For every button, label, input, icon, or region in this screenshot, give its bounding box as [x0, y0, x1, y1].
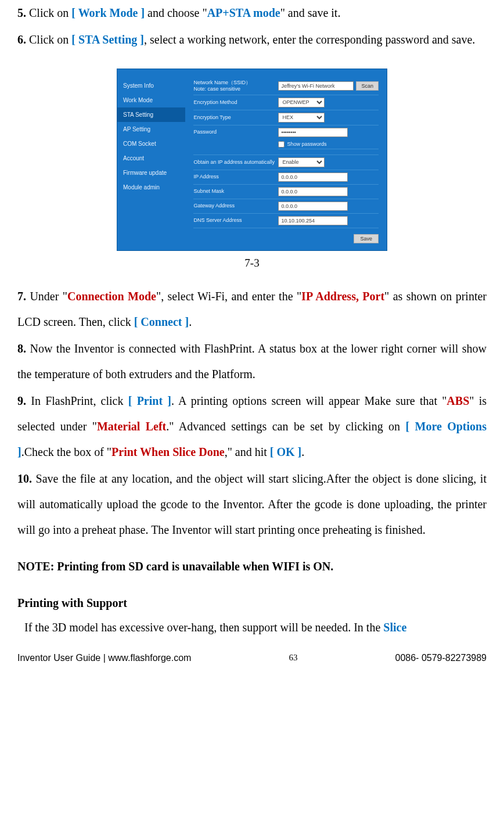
link-print: [ Print ] [128, 394, 171, 407]
step-5-num: 5. [17, 6, 26, 19]
step-9-num: 9. [17, 394, 26, 407]
input-dns[interactable] [278, 216, 348, 225]
row-password: Password [193, 125, 379, 139]
step-8-num: 8. [17, 342, 26, 355]
step-9-mid3: ." Advanced settings can be set by click… [166, 420, 405, 433]
select-enc-method[interactable]: OPENWEP [278, 98, 325, 107]
step-6-pre: Click on [26, 33, 71, 46]
config-main: Network Name（SSID） Note: case sensitive … [185, 69, 387, 250]
row-gateway: Gateway Address [193, 199, 379, 214]
sidebar-item-module-admin[interactable]: Module admin [117, 180, 185, 195]
row-dns: DNS Server Address [193, 214, 379, 228]
step-6: 6. Click on [ STA Setting ], select a wo… [17, 27, 487, 52]
checkbox-show-passwords[interactable] [278, 141, 285, 148]
label-password: Password [193, 129, 275, 135]
label-dns: DNS Server Address [193, 217, 275, 224]
link-sta-setting: [ STA Setting ] [71, 33, 144, 46]
config-sidebar: System Info Work Mode STA Setting AP Set… [117, 69, 185, 250]
select-enc-type[interactable]: HEX [278, 113, 325, 123]
footer-page-number: 63 [289, 653, 297, 663]
step-9-pre: In FlashPrint, click [26, 394, 128, 407]
footer-left: Inventor User Guide | www.flashforge.com [17, 653, 191, 663]
step-9-post: . [301, 445, 304, 458]
support-para-pre: If the 3D model has excessive over-hang,… [24, 621, 383, 634]
support-paragraph: If the 3D model has excessive over-hang,… [17, 615, 487, 640]
separator [193, 149, 379, 155]
sidebar-item-com-socket[interactable]: COM Socket [117, 136, 185, 151]
row-enc-method: Encryption Method OPENWEP [193, 95, 379, 110]
label-obtain-ip: Obtain an IP address automatically [193, 159, 275, 166]
text-ip-address-port: IP Address, Port [301, 290, 384, 303]
text-abs: ABS [447, 394, 469, 407]
step-8: 8. Now the Inventor is connected with Fl… [17, 336, 487, 387]
step-10-num: 10. [17, 472, 32, 485]
text-material-left: Material Left [97, 420, 166, 433]
step-10: 10. Save the file at any location, and t… [17, 466, 487, 542]
scan-button[interactable]: Scan [356, 81, 379, 91]
support-heading: Printing with Support [17, 597, 487, 610]
step-7: 7. Under "Connection Mode", select Wi-Fi… [17, 283, 487, 335]
text-apsta-mode: AP+STA mode [207, 6, 280, 19]
row-show-passwords: Show passwords [278, 139, 379, 149]
step-7-num: 7. [17, 290, 26, 303]
sidebar-item-work-mode[interactable]: Work Mode [117, 93, 185, 107]
label-ip-address: IP Address [193, 174, 275, 180]
input-ssid[interactable] [278, 81, 354, 91]
text-connection-mode: Connection Mode [67, 290, 156, 303]
row-ip-address: IP Address [193, 170, 379, 185]
figure-7-3-container: System Info Work Mode STA Setting AP Set… [17, 69, 487, 279]
step-7-post: . [189, 315, 192, 328]
input-ip-address[interactable] [278, 173, 348, 182]
input-gateway[interactable] [278, 202, 348, 211]
step-9-mid4: .Check the box of " [21, 445, 111, 458]
link-connect: [ Connect ] [134, 315, 189, 328]
step-8-text: Now the Inventor is connected with Flash… [17, 342, 487, 380]
sidebar-item-system-info[interactable]: System Info [117, 78, 185, 93]
step-6-post: , select a working network, enter the co… [144, 33, 475, 46]
sidebar-item-account[interactable]: Account [117, 151, 185, 166]
select-obtain-ip[interactable]: Enable [278, 157, 325, 167]
label-subnet-mask: Subnet Mask [193, 188, 275, 195]
footer-right: 0086- 0579-82273989 [395, 653, 487, 663]
input-password[interactable] [278, 128, 348, 137]
step-9: 9. In FlashPrint, click [ Print ]. A pri… [17, 388, 487, 465]
label-gateway: Gateway Address [193, 203, 275, 209]
label-show-passwords: Show passwords [287, 141, 326, 147]
sidebar-item-ap-setting[interactable]: AP Setting [117, 122, 185, 136]
row-ssid: Network Name（SSID） Note: case sensitive … [193, 77, 379, 95]
label-enc-method: Encryption Method [193, 99, 275, 106]
note-heading: NOTE: Printing from SD card is unavailab… [17, 560, 487, 573]
row-obtain-ip: Obtain an IP address automatically Enabl… [193, 155, 379, 170]
input-subnet-mask[interactable] [278, 187, 348, 196]
step-9-mid1: . A printing options screen will appear … [171, 394, 447, 407]
link-ok: [ OK ] [270, 445, 301, 458]
save-button[interactable]: Save [354, 234, 379, 243]
label-enc-type: Encryption Type [193, 114, 275, 121]
step-5-mid: and choose " [145, 6, 207, 19]
step-5-pre: Click on [26, 6, 71, 19]
label-ssid: Network Name（SSID） Note: case sensitive [193, 80, 275, 92]
sidebar-item-firmware-update[interactable]: Firmware update [117, 166, 185, 180]
row-enc-type: Encryption Type HEX [193, 110, 379, 125]
text-print-when-slice-done: Print When Slice Done [111, 445, 225, 458]
step-9-mid5: ," and hit [225, 445, 270, 458]
page-footer: Inventor User Guide | www.flashforge.com… [17, 653, 487, 663]
step-6-num: 6. [17, 33, 26, 46]
sta-setting-panel: System Info Work Mode STA Setting AP Set… [117, 69, 387, 251]
step-7-mid1: ", select Wi-Fi, and enter the " [156, 290, 301, 303]
row-subnet-mask: Subnet Mask [193, 185, 379, 199]
figure-caption: 7-3 [244, 257, 259, 270]
step-7-pre: Under " [26, 290, 67, 303]
link-work-mode: [ Work Mode ] [71, 6, 145, 19]
step-10-text: Save the file at any location, and the o… [17, 472, 487, 536]
sidebar-item-sta-setting[interactable]: STA Setting [117, 107, 185, 122]
step-5-post: " and save it. [280, 6, 341, 19]
text-slice: Slice [383, 621, 406, 634]
step-5: 5. Click on [ Work Mode ] and choose "AP… [17, 0, 487, 26]
